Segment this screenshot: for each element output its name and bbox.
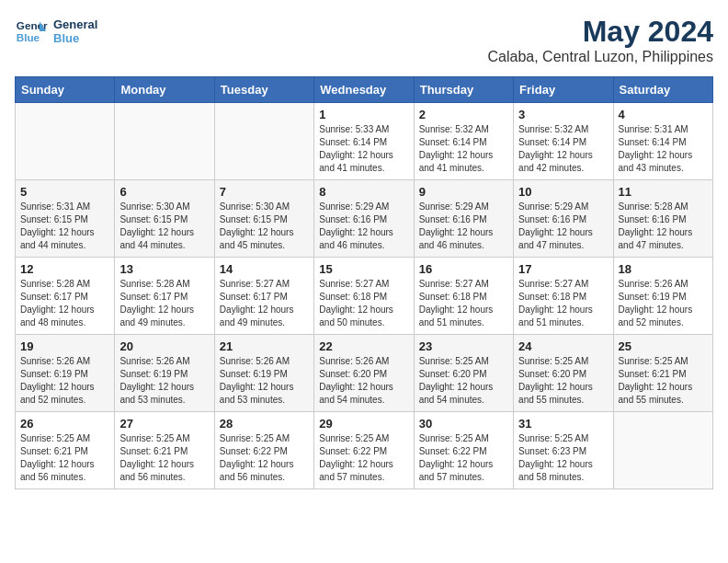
calendar-cell: 28Sunrise: 5:25 AM Sunset: 6:22 PM Dayli… <box>214 412 313 489</box>
day-info: Sunrise: 5:26 AM Sunset: 6:20 PM Dayligh… <box>319 355 408 407</box>
weekday-header: Sunday <box>16 77 115 103</box>
title-block: May 2024 Calaba, Central Luzon, Philippi… <box>488 15 713 65</box>
day-info: Sunrise: 5:30 AM Sunset: 6:15 PM Dayligh… <box>119 201 209 252</box>
calendar-cell: 11Sunrise: 5:28 AM Sunset: 6:16 PM Dayli… <box>613 180 712 258</box>
day-info: Sunrise: 5:27 AM Sunset: 6:18 PM Dayligh… <box>419 278 508 329</box>
day-number: 24 <box>518 339 608 353</box>
day-number: 15 <box>319 262 408 276</box>
day-number: 31 <box>518 417 608 431</box>
calendar-week-row: 12Sunrise: 5:28 AM Sunset: 6:17 PM Dayli… <box>16 258 713 335</box>
day-info: Sunrise: 5:25 AM Sunset: 6:23 PM Dayligh… <box>518 432 608 484</box>
svg-text:Blue: Blue <box>17 31 40 43</box>
calendar-table: SundayMondayTuesdayWednesdayThursdayFrid… <box>15 76 713 489</box>
calendar-cell: 3Sunrise: 5:32 AM Sunset: 6:14 PM Daylig… <box>514 103 613 180</box>
day-info: Sunrise: 5:25 AM Sunset: 6:22 PM Dayligh… <box>419 432 508 484</box>
calendar-cell <box>115 103 214 180</box>
day-info: Sunrise: 5:29 AM Sunset: 6:16 PM Dayligh… <box>518 201 608 252</box>
calendar-cell: 16Sunrise: 5:27 AM Sunset: 6:18 PM Dayli… <box>414 258 513 335</box>
day-number: 7 <box>220 185 309 199</box>
calendar-cell: 2Sunrise: 5:32 AM Sunset: 6:14 PM Daylig… <box>414 103 513 180</box>
logo-line2: Blue <box>53 31 97 45</box>
day-number: 25 <box>619 339 708 353</box>
calendar-week-row: 5Sunrise: 5:31 AM Sunset: 6:15 PM Daylig… <box>16 180 713 258</box>
calendar-body: 1Sunrise: 5:33 AM Sunset: 6:14 PM Daylig… <box>16 103 713 489</box>
day-number: 10 <box>518 185 608 199</box>
day-number: 5 <box>20 185 109 199</box>
day-number: 13 <box>119 262 209 276</box>
day-number: 19 <box>20 339 109 353</box>
day-info: Sunrise: 5:27 AM Sunset: 6:18 PM Dayligh… <box>518 278 608 329</box>
day-info: Sunrise: 5:25 AM Sunset: 6:21 PM Dayligh… <box>119 432 209 484</box>
day-number: 3 <box>518 108 608 121</box>
day-number: 8 <box>319 185 408 199</box>
day-info: Sunrise: 5:25 AM Sunset: 6:20 PM Dayligh… <box>518 355 608 407</box>
day-number: 11 <box>619 185 708 199</box>
weekday-header: Thursday <box>414 77 513 103</box>
logo-icon: General Blue <box>15 15 48 48</box>
calendar-cell: 5Sunrise: 5:31 AM Sunset: 6:15 PM Daylig… <box>16 180 115 258</box>
day-info: Sunrise: 5:25 AM Sunset: 6:21 PM Dayligh… <box>20 432 109 484</box>
calendar-cell: 24Sunrise: 5:25 AM Sunset: 6:20 PM Dayli… <box>514 335 613 412</box>
calendar-cell: 26Sunrise: 5:25 AM Sunset: 6:21 PM Dayli… <box>16 412 115 489</box>
calendar-cell <box>16 103 115 180</box>
day-number: 27 <box>119 417 209 431</box>
calendar-week-row: 26Sunrise: 5:25 AM Sunset: 6:21 PM Dayli… <box>16 412 713 489</box>
calendar-cell: 8Sunrise: 5:29 AM Sunset: 6:16 PM Daylig… <box>314 180 414 258</box>
day-number: 26 <box>20 417 109 431</box>
day-info: Sunrise: 5:26 AM Sunset: 6:19 PM Dayligh… <box>220 355 309 407</box>
day-number: 16 <box>419 262 508 276</box>
day-info: Sunrise: 5:28 AM Sunset: 6:17 PM Dayligh… <box>119 278 209 329</box>
day-number: 14 <box>220 262 309 276</box>
day-info: Sunrise: 5:31 AM Sunset: 6:15 PM Dayligh… <box>20 201 109 252</box>
day-number: 17 <box>518 262 608 276</box>
day-info: Sunrise: 5:29 AM Sunset: 6:16 PM Dayligh… <box>419 201 508 252</box>
day-number: 29 <box>319 417 408 431</box>
weekday-header: Tuesday <box>214 77 313 103</box>
calendar-header: SundayMondayTuesdayWednesdayThursdayFrid… <box>16 77 713 103</box>
day-info: Sunrise: 5:29 AM Sunset: 6:16 PM Dayligh… <box>319 201 408 252</box>
weekday-row: SundayMondayTuesdayWednesdayThursdayFrid… <box>16 77 713 103</box>
day-number: 22 <box>319 339 408 353</box>
calendar-cell: 12Sunrise: 5:28 AM Sunset: 6:17 PM Dayli… <box>16 258 115 335</box>
calendar-cell: 4Sunrise: 5:31 AM Sunset: 6:14 PM Daylig… <box>613 103 712 180</box>
calendar-cell: 14Sunrise: 5:27 AM Sunset: 6:17 PM Dayli… <box>214 258 313 335</box>
day-info: Sunrise: 5:25 AM Sunset: 6:20 PM Dayligh… <box>419 355 508 407</box>
page-header: General Blue General Blue May 2024 Calab… <box>15 15 713 65</box>
day-number: 9 <box>419 185 508 199</box>
day-number: 21 <box>220 339 309 353</box>
day-info: Sunrise: 5:26 AM Sunset: 6:19 PM Dayligh… <box>20 355 109 407</box>
day-info: Sunrise: 5:28 AM Sunset: 6:17 PM Dayligh… <box>20 278 109 329</box>
calendar-cell: 19Sunrise: 5:26 AM Sunset: 6:19 PM Dayli… <box>16 335 115 412</box>
calendar-cell: 27Sunrise: 5:25 AM Sunset: 6:21 PM Dayli… <box>115 412 214 489</box>
day-number: 18 <box>619 262 708 276</box>
day-number: 30 <box>419 417 508 431</box>
calendar-cell: 17Sunrise: 5:27 AM Sunset: 6:18 PM Dayli… <box>514 258 613 335</box>
calendar-cell: 9Sunrise: 5:29 AM Sunset: 6:16 PM Daylig… <box>414 180 513 258</box>
calendar-cell: 1Sunrise: 5:33 AM Sunset: 6:14 PM Daylig… <box>314 103 414 180</box>
day-info: Sunrise: 5:26 AM Sunset: 6:19 PM Dayligh… <box>119 355 209 407</box>
day-info: Sunrise: 5:32 AM Sunset: 6:14 PM Dayligh… <box>419 123 508 175</box>
calendar-week-row: 1Sunrise: 5:33 AM Sunset: 6:14 PM Daylig… <box>16 103 713 180</box>
day-number: 12 <box>20 262 109 276</box>
calendar-cell: 18Sunrise: 5:26 AM Sunset: 6:19 PM Dayli… <box>613 258 712 335</box>
day-info: Sunrise: 5:25 AM Sunset: 6:22 PM Dayligh… <box>220 432 309 484</box>
day-info: Sunrise: 5:30 AM Sunset: 6:15 PM Dayligh… <box>220 201 309 252</box>
day-info: Sunrise: 5:33 AM Sunset: 6:14 PM Dayligh… <box>319 123 408 175</box>
calendar-cell: 29Sunrise: 5:25 AM Sunset: 6:22 PM Dayli… <box>314 412 414 489</box>
weekday-header: Saturday <box>613 77 712 103</box>
calendar-cell: 21Sunrise: 5:26 AM Sunset: 6:19 PM Dayli… <box>214 335 313 412</box>
day-number: 6 <box>119 185 209 199</box>
subtitle: Calaba, Central Luzon, Philippines <box>488 49 713 65</box>
day-info: Sunrise: 5:25 AM Sunset: 6:22 PM Dayligh… <box>319 432 408 484</box>
logo: General Blue General Blue <box>15 15 97 48</box>
calendar-cell <box>613 412 712 489</box>
weekday-header: Wednesday <box>314 77 414 103</box>
day-number: 23 <box>419 339 508 353</box>
day-info: Sunrise: 5:27 AM Sunset: 6:17 PM Dayligh… <box>220 278 309 329</box>
calendar-cell: 10Sunrise: 5:29 AM Sunset: 6:16 PM Dayli… <box>514 180 613 258</box>
day-info: Sunrise: 5:31 AM Sunset: 6:14 PM Dayligh… <box>619 123 708 175</box>
main-title: May 2024 <box>488 15 713 49</box>
logo-line1: General <box>53 17 97 31</box>
calendar-cell: 13Sunrise: 5:28 AM Sunset: 6:17 PM Dayli… <box>115 258 214 335</box>
weekday-header: Friday <box>514 77 613 103</box>
